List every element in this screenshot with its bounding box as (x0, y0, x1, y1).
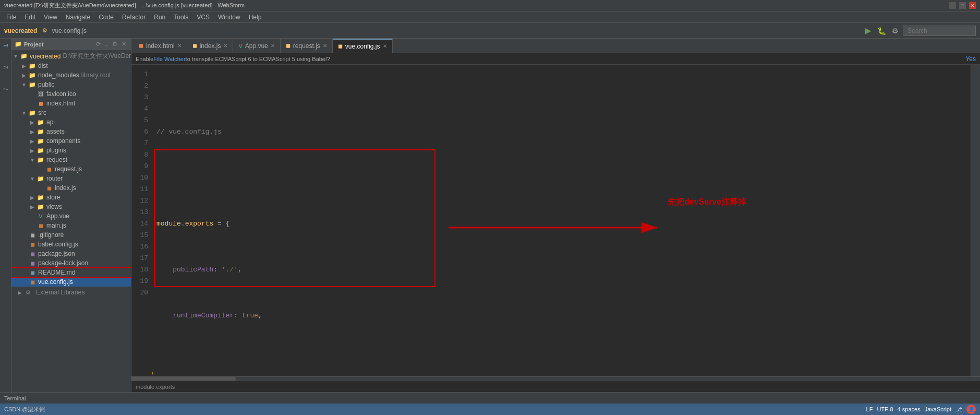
tab-close-request-js[interactable]: ✕ (323, 43, 327, 49)
toolbar: vuecreated ⚙ vue.config.js ▶ 🐛 ⚙ (0, 23, 980, 39)
tab-app-vue[interactable]: V App.vue ✕ (233, 39, 280, 53)
tree-node-modules-label: node_modules (38, 72, 79, 79)
panel-close-btn[interactable]: ✕ (120, 40, 128, 48)
tree-router-index[interactable]: ◼ index.js (11, 183, 131, 193)
tree-main-js-label: main.js (46, 222, 66, 229)
toolbar-debug-button[interactable]: 🐛 (876, 25, 887, 37)
tree-readme-label: README.md (38, 269, 75, 276)
tree-root[interactable]: ▼ 📁 vuecreated D:\研究生文件夹\VueDem... (11, 51, 131, 61)
tree-request-js[interactable]: ◼ request.js (11, 164, 131, 174)
file-icon-pkg: ◼ (28, 250, 37, 258)
project-panel: 📁 Project ⟳ – ⚙ ✕ ▼ 📁 vuecreated D:\研究生文… (11, 39, 131, 392)
tree-public-label: public (38, 81, 54, 88)
tree-views[interactable]: ▶ 📁 views (11, 202, 131, 211)
menu-run[interactable]: Run (150, 13, 170, 22)
tree-main-js[interactable]: ◼ main.js (11, 221, 131, 230)
menu-edit[interactable]: Edit (20, 13, 40, 22)
panel-sync-btn[interactable]: ⟳ (94, 40, 102, 48)
menu-tools[interactable]: Tools (170, 13, 192, 22)
file-watcher-link[interactable]: File Watcher (153, 56, 185, 62)
file-icon-req-js: ◼ (45, 165, 53, 173)
folder-icon-request: 📁 (37, 156, 45, 164)
tab-index-js[interactable]: ◼ index.js ✕ (187, 39, 234, 53)
horizontal-scrollbar[interactable] (131, 376, 980, 381)
tab-label-request-js: request.js (293, 42, 320, 50)
code-area[interactable]: // vue.config.js module.exports = { publ… (152, 65, 971, 376)
tree-request[interactable]: ▼ 📁 request (11, 155, 131, 164)
minimize-button[interactable]: — (949, 2, 956, 9)
tree-pub-index-label: index.html (46, 100, 75, 107)
tab-request-js[interactable]: ◼ request.js ✕ (281, 39, 333, 53)
panel-settings-btn[interactable]: ⚙ (111, 40, 119, 48)
menu-navigate[interactable]: Navigate (62, 13, 94, 22)
tab-vue-config[interactable]: ◼ vue.config.js ✕ (333, 39, 393, 53)
tree-public[interactable]: ▼ 📁 public (11, 80, 131, 89)
tree-api[interactable]: ▶ 📁 api (11, 117, 131, 127)
tree-node-modules[interactable]: ▶ 📁 node_modules library root (11, 70, 131, 80)
folder-icon-node-modules: 📁 (28, 71, 37, 79)
tree-arrow-store: ▶ (28, 195, 37, 200)
folder-icon-store: 📁 (37, 193, 45, 201)
tree-arrow-public: ▼ (20, 82, 28, 88)
tree-readme[interactable]: ◼ README.md (11, 268, 131, 277)
tree-assets[interactable]: ▶ 📁 assets (11, 127, 131, 136)
menu-window[interactable]: Window (214, 13, 245, 22)
panel-collapse-btn[interactable]: – (103, 40, 110, 48)
tree-vue-config-label: vue.config.js (38, 278, 73, 286)
tree-router[interactable]: ▼ 📁 router (11, 174, 131, 183)
menu-vcs[interactable]: VCS (192, 13, 214, 22)
file-icon-ext: ⚙ (24, 288, 32, 297)
tree-babel[interactable]: ◼ babel.config.js (11, 240, 131, 249)
titlebar-title: vuecreated [D:\研究生文件夹\VueDemo\vuecreated… (4, 2, 949, 9)
bottom-bar: Terminal (0, 392, 980, 404)
menu-file[interactable]: File (2, 13, 20, 22)
tabs-bar: ◼ index.html ✕ ◼ index.js ✕ V App.vue ✕ … (131, 39, 980, 53)
toolbar-project-name: vuecreated (4, 27, 37, 34)
tree-gitignore[interactable]: ◼ .gitignore (11, 230, 131, 240)
path-text: module.exports (136, 384, 175, 390)
close-button[interactable]: ✕ (969, 2, 976, 9)
tree-view[interactable]: ▼ 📁 vuecreated D:\研究生文件夹\VueDem... ▶ 📁 d… (11, 50, 131, 392)
project-icon[interactable]: 1 (1, 41, 10, 50)
maximize-button[interactable]: □ (959, 2, 966, 9)
menu-help[interactable]: Help (245, 13, 266, 22)
tab-close-app-vue[interactable]: ✕ (271, 43, 275, 49)
tree-arrow-root: ▼ (11, 53, 20, 59)
tree-src[interactable]: ▼ 📁 src (11, 108, 131, 117)
structure-icon[interactable]: 2 (1, 63, 10, 72)
tab-index-html[interactable]: ◼ index.html ✕ (134, 39, 187, 53)
tree-store[interactable]: ▶ 📁 store (11, 193, 131, 202)
tree-gitignore-label: .gitignore (38, 231, 64, 239)
toolbar-settings-button[interactable]: ⚙ (889, 25, 901, 37)
tree-plugins-label: plugins (46, 147, 66, 154)
tree-components[interactable]: ▶ 📁 components (11, 136, 131, 146)
terminal-label[interactable]: Terminal (4, 395, 26, 401)
tree-favicon[interactable]: 🖼 favicon.ico (11, 89, 131, 99)
tree-app-vue[interactable]: V App.vue (11, 211, 131, 221)
toolbar-run-button[interactable]: ▶ (862, 25, 874, 37)
tree-package[interactable]: ◼ package.json (11, 249, 131, 258)
tab-close-vue-config[interactable]: ✕ (383, 43, 387, 49)
tree-views-label: views (46, 203, 62, 210)
tree-package-lock[interactable]: ◼ package-lock.json (11, 258, 131, 268)
menu-view[interactable]: View (40, 13, 62, 22)
file-icon-vue-config: ◼ (28, 278, 37, 286)
editor-content[interactable]: 1 2 3 4 5 6 7 8 9 10 11 12 13 14 15 16 1… (131, 65, 980, 376)
tree-src-label: src (38, 109, 46, 116)
tab-close-index-html[interactable]: ✕ (177, 43, 182, 49)
right-scrollbar[interactable] (971, 65, 980, 376)
code-line-3: module.exports = { (156, 218, 971, 230)
toolbar-search-input[interactable] (903, 26, 976, 36)
tab-close-index-js[interactable]: ✕ (223, 43, 227, 49)
tree-public-index-html[interactable]: ◼ index.html (11, 99, 131, 108)
menu-code[interactable]: Code (94, 13, 118, 22)
tree-vue-config[interactable]: ◼ vue.config.js (11, 277, 131, 287)
tree-dist-label: dist (38, 62, 48, 69)
bookmarks-icon[interactable]: 7 (1, 85, 10, 94)
menu-refactor[interactable]: Refactor (118, 13, 150, 22)
tree-dist[interactable]: ▶ 📁 dist (11, 61, 131, 70)
tree-package-label: package.json (38, 250, 75, 257)
tree-plugins[interactable]: ▶ 📁 plugins (11, 146, 131, 155)
tree-external-libs[interactable]: ▶ ⚙ External Libraries (11, 288, 131, 297)
file-watcher-yes[interactable]: Yes (965, 55, 976, 63)
